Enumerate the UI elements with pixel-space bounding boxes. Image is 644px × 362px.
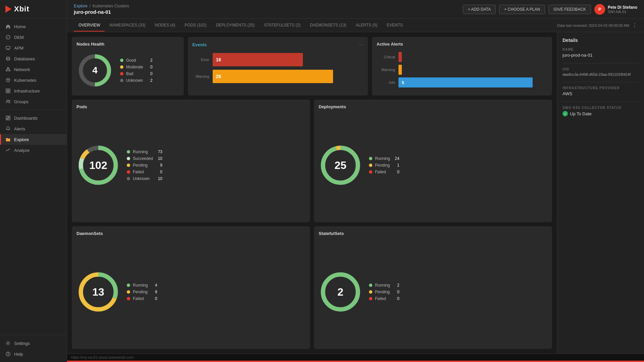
network-icon (5, 67, 11, 72)
svg-rect-3 (7, 67, 9, 68)
daemonsets-card: DaemonSets 13 (72, 226, 310, 349)
sidebar-item-infrastructure[interactable]: Infrastructure (0, 85, 67, 96)
give-feedback-button[interactable]: GIVE FEEDBACK (548, 5, 591, 14)
tab-alerts[interactable]: ALERTS (5) (351, 19, 382, 32)
events-header: Events ··· (193, 42, 363, 48)
details-title: Details (562, 38, 639, 43)
tab-deployments[interactable]: DEPLOYMENTS (25) (211, 19, 259, 32)
sidebar-item-databases[interactable]: Databases (0, 53, 67, 64)
alert-critical-outer (398, 52, 547, 62)
tab-events[interactable]: EVENTS (382, 19, 408, 32)
ds-pending: Pending 9 (127, 290, 157, 294)
sidebar-item-alerts[interactable]: Alerts (0, 123, 67, 134)
sidebar-item-analyze[interactable]: Analyze (0, 145, 67, 156)
add-data-button[interactable]: + ADD DATA (463, 5, 496, 14)
dep-running: Running 24 (369, 156, 399, 161)
avatar: P (594, 4, 605, 15)
tab-overview[interactable]: OVERVIEW (74, 19, 105, 32)
legend-bad: Bad 0 (120, 71, 153, 76)
daemonsets-legend: Running 4 Pending 9 Fa (127, 283, 157, 301)
tab-namespaces[interactable]: NAMESPACES (33) (105, 19, 150, 32)
svg-point-11 (9, 100, 10, 102)
dep-failed: Failed 0 (369, 170, 399, 174)
svg-rect-5 (9, 70, 10, 71)
details-uid-value: daa9cc3a-6498-d55d-23aa-091101f8424f (562, 72, 639, 76)
svg-rect-4 (6, 70, 7, 71)
tab-nodes[interactable]: NODES (4) (150, 19, 180, 32)
dashboard-icon (5, 115, 11, 121)
ss-failed: Failed 0 (369, 296, 399, 301)
sidebar-item-kubernetes[interactable]: Kubernetes (0, 75, 67, 85)
nodes-legend: Good 2 Moderate 0 Bad (120, 58, 153, 83)
nodes-health-title: Nodes Health (76, 42, 179, 47)
grid-icon (5, 88, 11, 94)
more-options-icon[interactable]: ⋮ (632, 22, 637, 28)
tab-daemonsets[interactable]: DAEMONSETS (13) (305, 19, 351, 32)
svg-rect-1 (6, 46, 10, 49)
alert-warning-outer (398, 65, 547, 75)
alert-info-row: Info 5 (377, 77, 547, 87)
sidebar-item-dem[interactable]: DEM (0, 32, 67, 43)
ds-running: Running 4 (127, 283, 157, 288)
svg-point-18 (8, 355, 8, 355)
statefulsets-card: StatefulSets 2 (314, 226, 552, 349)
sidebar: Xbit Home DEM APM (0, 0, 67, 362)
pods-card: Pods (72, 100, 310, 222)
breadcrumb-explore[interactable]: Explore (74, 4, 88, 8)
daemonsets-content: 13 Running 4 Pending (76, 239, 305, 344)
breadcrumb: Explore / Kubernetes Clusters (74, 4, 129, 8)
events-card: Events ··· Error 16 (188, 37, 368, 96)
folder-icon (5, 137, 11, 142)
legend-moderate: Moderate 0 (120, 65, 153, 69)
events-warning-bar: 26 (213, 70, 333, 83)
deployments-card: Deployments 25 (314, 100, 552, 222)
sidebar-item-explore[interactable]: Explore (0, 134, 67, 145)
tab-statefulsets[interactable]: STATEFULSETS (2) (259, 19, 305, 32)
svg-rect-12 (6, 116, 8, 118)
svg-rect-15 (6, 119, 8, 120)
sidebar-item-home[interactable]: Home (0, 21, 67, 32)
users-icon (5, 99, 11, 104)
deployments-donut: 25 (319, 143, 362, 187)
events-menu-icon[interactable]: ··· (359, 42, 363, 48)
ss-pending: Pending 0 (369, 290, 399, 294)
sidebar-item-network[interactable]: Network (0, 64, 67, 75)
sidebar-item-settings[interactable]: Settings (0, 338, 67, 349)
sidebar-item-dashboards[interactable]: Dashboards (0, 113, 67, 123)
chart-icon (5, 147, 11, 153)
daemonsets-title: DaemonSets (76, 231, 305, 236)
dep-pending: Pending 1 (369, 163, 399, 168)
pods-donut: 102 (76, 143, 120, 187)
daemonsets-total: 13 (92, 286, 104, 298)
sidebar-item-groups[interactable]: Groups (0, 96, 67, 107)
row-3: DaemonSets 13 (72, 226, 552, 349)
events-error-row: Error 16 (193, 53, 363, 66)
alert-critical-row: Critical (377, 52, 547, 62)
user-info: Pete Di Stefano SWI-NA-01 (608, 5, 637, 14)
deployments-title: Deployments (319, 104, 547, 109)
check-icon: ✓ (562, 111, 568, 116)
sidebar-item-apm[interactable]: APM (0, 43, 67, 53)
bell-icon (5, 126, 11, 131)
nav-section: Home DEM APM Databases (0, 18, 67, 335)
active-alerts-title: Active Alerts (377, 42, 547, 47)
nav-bottom: Settings Help (0, 335, 67, 362)
details-panel: Details NAME juro-prod-na-01 UID daa9cc3… (557, 32, 644, 354)
events-error-bar: 16 (213, 53, 303, 66)
details-name-label: NAME (562, 48, 639, 51)
detail-divider-2 (562, 82, 639, 82)
sidebar-item-help[interactable]: Help (0, 349, 67, 359)
tab-pods[interactable]: PODS (102) (180, 19, 211, 32)
svg-rect-13 (8, 116, 10, 117)
svg-rect-14 (8, 118, 10, 120)
row-1: Nodes Health 4 (72, 37, 552, 96)
events-warning-row: Warning 26 (193, 70, 363, 83)
user-name: Pete Di Stefano (608, 5, 637, 10)
logo-icon (5, 5, 11, 13)
legend-dot-bad (120, 72, 123, 75)
alert-warning-bar (398, 65, 402, 75)
details-infra-label: INFRASTRUCTURE PROVIDER (562, 86, 639, 90)
alert-warning-row: Warning (377, 65, 547, 75)
choose-plan-button[interactable]: + CHOOSE A PLAN (499, 5, 545, 14)
alerts-chart: Critical Warning (377, 50, 547, 89)
